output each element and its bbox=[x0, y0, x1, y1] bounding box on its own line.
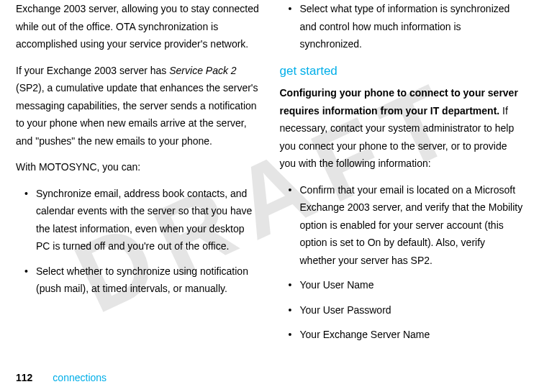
list-item: Select what type of information is synch… bbox=[280, 0, 524, 53]
bullet-list: Synchronize email, address book contacts… bbox=[16, 185, 260, 298]
list-item: Confirm that your email is located on a … bbox=[280, 181, 524, 270]
body-text: Exchange 2003 server, allowing you to st… bbox=[16, 0, 260, 53]
footer-section-label: connections bbox=[53, 372, 107, 383]
page-footer: 112connections bbox=[16, 372, 107, 383]
bullet-list: Confirm that your email is located on a … bbox=[280, 181, 524, 344]
bullet-list: Select what type of information is synch… bbox=[280, 0, 524, 53]
body-text: If your Exchange 2003 server has Service… bbox=[16, 62, 260, 150]
right-column: Select what type of information is synch… bbox=[280, 0, 524, 360]
body-text: Configuring your phone to connect to you… bbox=[280, 84, 524, 173]
text-run: If your Exchange 2003 server has bbox=[16, 65, 169, 76]
text-italic: Service Pack 2 bbox=[169, 65, 236, 76]
left-column: Exchange 2003 server, allowing you to st… bbox=[16, 0, 260, 360]
page-content: Exchange 2003 server, allowing you to st… bbox=[0, 0, 539, 360]
body-text: With MOTOSYNC, you can: bbox=[16, 158, 260, 176]
page-number: 112 bbox=[16, 372, 32, 383]
list-item: Select whether to synchronize using noti… bbox=[16, 263, 260, 298]
list-item: Synchronize email, address book contacts… bbox=[16, 185, 260, 255]
list-item: Your Exchange Server Name bbox=[280, 326, 524, 344]
list-item: Your User Password bbox=[280, 301, 524, 319]
list-item: Your User Name bbox=[280, 276, 524, 294]
section-heading: get started bbox=[280, 60, 524, 82]
text-bold: Configuring your phone to connect to you… bbox=[280, 87, 518, 117]
text-run: (SP2), a cumulative update that enhances… bbox=[16, 82, 258, 147]
